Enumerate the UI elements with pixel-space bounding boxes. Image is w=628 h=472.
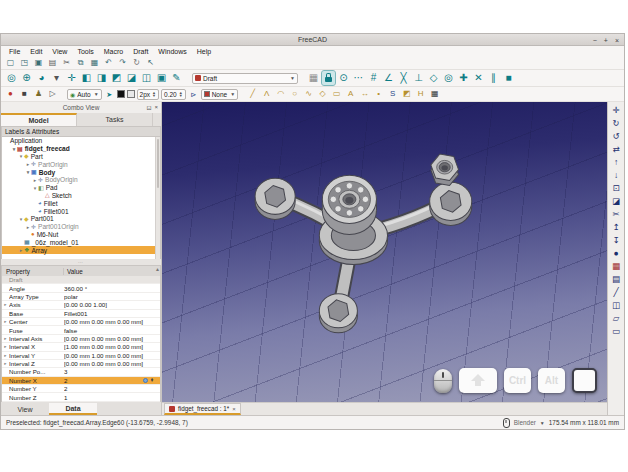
macro-debug-icon[interactable]: ♟ <box>33 88 44 100</box>
text-scale-combo[interactable]: 0.20 ▲▼ <box>161 89 186 100</box>
maximize-icon[interactable]: + <box>604 37 608 44</box>
draft-shapestring-icon[interactable]: S <box>387 88 398 100</box>
nav-rotate-icon[interactable]: ↻ <box>610 117 623 129</box>
menu-macro[interactable]: Macro <box>99 48 128 55</box>
macro-play-icon[interactable]: ▷ <box>47 88 58 100</box>
front-view-icon[interactable]: ◧ <box>80 71 93 85</box>
nav-down-icon[interactable]: ↓ <box>610 169 623 181</box>
expander-icon[interactable]: ▸ <box>2 336 9 341</box>
value-spinner[interactable]: ▲▼ <box>150 378 154 383</box>
property-interval-y[interactable]: ▸Interval Y[0.00 mm 1.00 mm 0.00 mm] <box>2 352 160 360</box>
tab-view[interactable]: View <box>1 403 49 415</box>
line-color-swatch[interactable] <box>117 90 125 98</box>
snap-intersection-icon[interactable]: ╳ <box>397 71 410 85</box>
rear-view-icon[interactable]: ◪ <box>125 71 138 85</box>
title-bar[interactable]: FreeCAD −+× <box>1 34 624 46</box>
property-number-po-[interactable]: Number Po...3 <box>2 368 160 376</box>
value-column[interactable]: Value <box>64 268 83 275</box>
draft-dimension-icon[interactable]: ↔ <box>359 88 370 100</box>
tree-item-fillet001[interactable]: ◕Fillet001 <box>2 207 160 215</box>
draw-style-caret[interactable]: ▾ <box>50 71 63 85</box>
autogroup-combo[interactable]: None ▼ <box>201 89 239 100</box>
menu-windows[interactable]: Windows <box>153 48 191 55</box>
nav-raise-icon[interactable]: ↥ <box>610 221 623 233</box>
refresh-icon[interactable]: ↻ <box>131 57 142 69</box>
expander-icon[interactable]: ▸ <box>2 302 9 307</box>
nav-clipping-icon[interactable]: ◫ <box>610 299 623 311</box>
menu-tools[interactable]: Tools <box>72 48 98 55</box>
draft-text-icon[interactable]: A <box>345 88 356 100</box>
snap-near-icon[interactable]: ✕ <box>472 71 485 85</box>
box-zoom-icon[interactable]: ⊕ <box>20 71 33 85</box>
tree-item-partorigin[interactable]: ▸✛PartOrigin <box>2 160 160 168</box>
expander-icon[interactable]: ▸ <box>2 344 9 349</box>
snap-midpoint-icon[interactable]: ⋯ <box>352 71 365 85</box>
menu-help[interactable]: Help <box>192 48 216 55</box>
nav-mesh-red-icon[interactable]: ▦ <box>610 260 623 272</box>
tree-item-body[interactable]: ▾▣Body <box>2 168 160 176</box>
nav-pan-icon[interactable]: ✛ <box>610 104 623 116</box>
macro-stop-icon[interactable]: ■ <box>19 88 30 100</box>
tree-item-part001[interactable]: ▾◆Part001 <box>2 215 160 223</box>
fit-all-icon[interactable]: ◎ <box>5 71 18 85</box>
redo-icon[interactable]: ↷ <box>117 57 128 69</box>
nav-mesh-icon[interactable]: ▤ <box>610 273 623 285</box>
property-interval-x[interactable]: ▸Interval X[1.00 mm 0.00 mm 0.00 mm] <box>2 343 160 351</box>
draft-facebinder-icon[interactable]: ◩ <box>401 88 412 100</box>
property-draft[interactable]: Draft <box>2 276 160 284</box>
nav-rotate-ccw-icon[interactable]: ↺ <box>610 130 623 142</box>
line-width-combo[interactable]: 2px ▲▼ <box>137 89 159 100</box>
cut-icon[interactable]: ✂ <box>61 57 72 69</box>
measure-icon[interactable]: ✎ <box>170 71 183 85</box>
axonometric-view-icon[interactable]: ✛ <box>65 71 78 85</box>
snap-mode-combo[interactable]: ◉ Auto ▼ <box>67 89 102 100</box>
draft-polygon-icon[interactable]: ◇ <box>317 88 328 100</box>
toggle-grid-icon[interactable]: ▦ <box>307 71 320 85</box>
nav-draw-style-icon[interactable]: ● <box>610 247 623 259</box>
property-number-x[interactable]: Number X2▲▼ <box>2 377 160 385</box>
tree-item-bodyorigin[interactable]: ▸✛BodyOrigin <box>2 176 160 184</box>
right-view-icon[interactable]: ◩ <box>110 71 123 85</box>
minimize-icon[interactable]: − <box>593 37 597 44</box>
copy-icon[interactable]: ⧉ <box>75 57 86 69</box>
nav-toggle-face-icon[interactable]: ◪ <box>610 195 623 207</box>
tree-item-_06z_model_01[interactable]: ▦_06z_model_01 <box>2 238 160 246</box>
property-column[interactable]: Property <box>2 268 64 275</box>
3d-viewport[interactable]: CtrlAlt <box>162 102 607 402</box>
property-axis[interactable]: ▸Axis[0.00 0.00 1.00] <box>2 301 160 309</box>
snap-grid-icon[interactable]: # <box>367 71 380 85</box>
scroll-up-icon[interactable]: ▲ <box>155 266 160 272</box>
snap-extension-icon[interactable]: ✚ <box>457 71 470 85</box>
nav-swap-icon[interactable]: ⇄ <box>610 143 623 155</box>
new-file-icon[interactable]: ▢ <box>5 57 16 69</box>
tree-item-pad[interactable]: ▾◧Pad <box>2 184 160 192</box>
left-view-icon[interactable]: ▣ <box>155 71 168 85</box>
document-tab[interactable]: fidget_freecad : 1* × <box>164 403 241 415</box>
close-icon[interactable]: × <box>615 37 619 44</box>
combo-view-titlebar[interactable]: Combo View ⊡ × <box>1 102 161 113</box>
float-panel-icon[interactable]: ⊡ <box>146 104 151 111</box>
property-center[interactable]: ▸Center[0.00 mm 0.00 mm 0.00 mm] <box>2 318 160 326</box>
draft-hatch-icon[interactable]: H <box>415 88 426 100</box>
workbench-selector[interactable]: Draft ▼ <box>192 73 298 84</box>
close-tab-icon[interactable]: × <box>232 406 236 412</box>
tree-item-fillet[interactable]: ◕Fillet <box>2 199 160 207</box>
open-file-icon[interactable]: ◳ <box>19 57 30 69</box>
draft-polyline-icon[interactable]: Λ <box>261 88 272 100</box>
text-scale-spinner[interactable]: ▲▼ <box>179 91 183 97</box>
draft-rectangle-icon[interactable]: ▭ <box>331 88 342 100</box>
snap-center-icon[interactable]: ◎ <box>442 71 455 85</box>
whats-this-icon[interactable]: ↖ <box>145 57 156 69</box>
close-panel-icon[interactable]: × <box>154 104 158 111</box>
draft-point-icon[interactable]: • <box>373 88 384 100</box>
expander-icon[interactable]: ▸ <box>2 319 9 324</box>
snap-working-plane-icon[interactable]: ■ <box>502 71 515 85</box>
tree-item-m6-nut[interactable]: ●M6-Nut <box>2 231 160 239</box>
nav-fit-selection-icon[interactable]: ⊡ <box>610 182 623 194</box>
tree-item-part[interactable]: ▾◆Part <box>2 153 160 161</box>
nav-part-icon[interactable]: ▱ <box>610 312 623 324</box>
top-view-icon[interactable]: ◨ <box>95 71 108 85</box>
draft-circle-icon[interactable]: ○ <box>289 88 300 100</box>
nav-section-cut-icon[interactable]: ✂ <box>610 208 623 220</box>
property-interval-axis[interactable]: ▸Interval Axis[0.00 mm 0.00 mm 0.00 mm] <box>2 335 160 343</box>
